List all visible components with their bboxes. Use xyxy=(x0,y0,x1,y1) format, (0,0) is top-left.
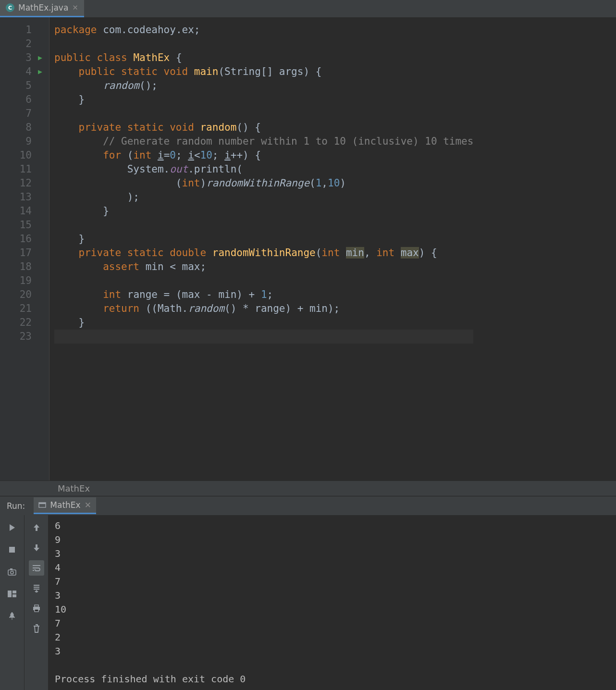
gutter-line[interactable]: 23 xyxy=(0,330,45,344)
gutter-line[interactable]: 4▶ xyxy=(0,65,45,79)
code-line[interactable]: } xyxy=(54,316,473,330)
run-body: 6 9 3 4 7 3 10 7 2 3 Process finished wi… xyxy=(0,515,616,690)
svg-rect-11 xyxy=(35,609,38,612)
gutter-line[interactable]: 14 xyxy=(0,204,45,218)
layout-button[interactable] xyxy=(4,586,20,602)
code-line[interactable]: (int)randomWithinRange(1,10) xyxy=(54,176,473,190)
gutter-line[interactable]: 20 xyxy=(0,288,45,302)
svg-rect-8 xyxy=(12,594,16,597)
gutter-line[interactable]: 7 xyxy=(0,107,45,121)
run-gutter-icon[interactable]: ▶ xyxy=(38,51,42,65)
pin-icon xyxy=(8,612,16,620)
down-button[interactable] xyxy=(29,540,44,555)
up-icon xyxy=(33,524,40,531)
code-area[interactable]: 123▶4▶567891011121314151617181920212223 … xyxy=(0,17,616,481)
code-line[interactable]: random(); xyxy=(54,79,473,93)
run-gutter-icon[interactable]: ▶ xyxy=(38,65,42,79)
wrap-icon xyxy=(32,565,41,571)
gutter-line[interactable]: 11 xyxy=(0,162,45,176)
up-button[interactable] xyxy=(29,520,44,535)
svg-rect-6 xyxy=(8,591,12,597)
svg-rect-3 xyxy=(8,570,16,575)
wrap-button[interactable] xyxy=(29,560,44,576)
breadcrumb[interactable]: MathEx xyxy=(0,481,616,496)
code-line[interactable]: } xyxy=(54,232,473,246)
svg-rect-2 xyxy=(9,547,15,553)
gutter[interactable]: 123▶4▶567891011121314151617181920212223 xyxy=(0,17,49,481)
print-button[interactable] xyxy=(29,601,44,616)
code-line[interactable] xyxy=(54,274,473,288)
code-line[interactable]: private static double randomWithinRange(… xyxy=(54,246,473,260)
code-line[interactable]: } xyxy=(54,204,473,218)
code-line[interactable]: System.out.println( xyxy=(54,162,473,176)
run-tool-column-left xyxy=(0,515,24,690)
run-tab-label: MathEx xyxy=(50,500,80,510)
code-body[interactable]: package com.codeahoy.ex; public class Ma… xyxy=(49,17,473,481)
gutter-line[interactable]: 5 xyxy=(0,79,45,93)
play-button[interactable] xyxy=(4,520,20,535)
camera-icon xyxy=(8,568,16,576)
gutter-line[interactable]: 10 xyxy=(0,148,45,162)
code-line[interactable]: package com.codeahoy.ex; xyxy=(54,23,473,37)
run-label: Run: xyxy=(7,501,25,511)
run-header: Run: MathEx ✕ xyxy=(0,496,616,515)
run-panel: Run: MathEx ✕ 6 9 3 4 7 3 10 7 2 3 Proce… xyxy=(0,496,616,690)
code-line[interactable] xyxy=(54,218,473,232)
gutter-line[interactable]: 19 xyxy=(0,274,45,288)
console-output[interactable]: 6 9 3 4 7 3 10 7 2 3 Process finished wi… xyxy=(48,515,616,690)
svg-rect-7 xyxy=(12,591,16,593)
gutter-line[interactable]: 18 xyxy=(0,260,45,274)
code-line[interactable]: public class MathEx { xyxy=(54,51,473,65)
layout-icon xyxy=(8,591,16,597)
gutter-line[interactable]: 8 xyxy=(0,121,45,135)
tab-label: MathEx.java xyxy=(18,3,68,12)
code-line[interactable]: private static void random() { xyxy=(54,121,473,135)
code-line[interactable]: return ((Math.random() * range) + min); xyxy=(54,302,473,316)
gutter-line[interactable]: 1 xyxy=(0,23,45,37)
scroll-button[interactable] xyxy=(29,580,44,596)
code-line[interactable]: public static void main(String[] args) { xyxy=(54,65,473,79)
gutter-line[interactable]: 16 xyxy=(0,232,45,246)
play-icon xyxy=(8,523,16,532)
code-line[interactable] xyxy=(54,107,473,121)
code-editor: 123▶4▶567891011121314151617181920212223 … xyxy=(0,17,616,496)
gutter-line[interactable]: 12 xyxy=(0,176,45,190)
editor-tab[interactable]: C MathEx.java ✕ xyxy=(0,0,84,17)
stop-button[interactable] xyxy=(4,542,20,557)
camera-button[interactable] xyxy=(4,564,20,579)
code-line[interactable]: int range = (max - min) + 1; xyxy=(54,288,473,302)
terminal-icon xyxy=(38,501,46,509)
code-line[interactable] xyxy=(54,37,473,51)
gutter-line[interactable]: 22 xyxy=(0,316,45,330)
java-class-icon: C xyxy=(6,3,14,12)
print-icon xyxy=(32,604,41,612)
gutter-line[interactable]: 6 xyxy=(0,93,45,107)
scroll-icon xyxy=(33,584,40,592)
svg-rect-10 xyxy=(35,605,38,607)
svg-rect-5 xyxy=(10,568,12,570)
trash-button[interactable] xyxy=(29,621,44,636)
editor-tab-bar: C MathEx.java ✕ xyxy=(0,0,616,17)
code-line[interactable]: for (int i=0; i<10; i++) { xyxy=(54,148,473,162)
stop-icon xyxy=(8,546,16,554)
code-line[interactable] xyxy=(54,330,473,344)
svg-point-4 xyxy=(11,571,13,574)
gutter-line[interactable]: 21 xyxy=(0,302,45,316)
close-tab-icon[interactable]: ✕ xyxy=(72,3,78,12)
code-line[interactable]: // Generate random number within 1 to 10… xyxy=(54,135,473,148)
gutter-line[interactable]: 13 xyxy=(0,190,45,204)
svg-rect-1 xyxy=(39,503,46,504)
gutter-line[interactable]: 9 xyxy=(0,135,45,148)
code-line[interactable]: } xyxy=(54,93,473,107)
close-run-tab-icon[interactable]: ✕ xyxy=(85,500,91,510)
trash-icon xyxy=(33,624,40,633)
gutter-line[interactable]: 17 xyxy=(0,246,45,260)
run-tab[interactable]: MathEx ✕ xyxy=(34,497,96,514)
code-line[interactable]: assert min < max; xyxy=(54,260,473,274)
pin-button[interactable] xyxy=(4,608,20,624)
gutter-line[interactable]: 2 xyxy=(0,37,45,51)
code-line[interactable]: ); xyxy=(54,190,473,204)
gutter-line[interactable]: 3▶ xyxy=(0,51,45,65)
gutter-line[interactable]: 15 xyxy=(0,218,45,232)
down-icon xyxy=(33,544,40,552)
